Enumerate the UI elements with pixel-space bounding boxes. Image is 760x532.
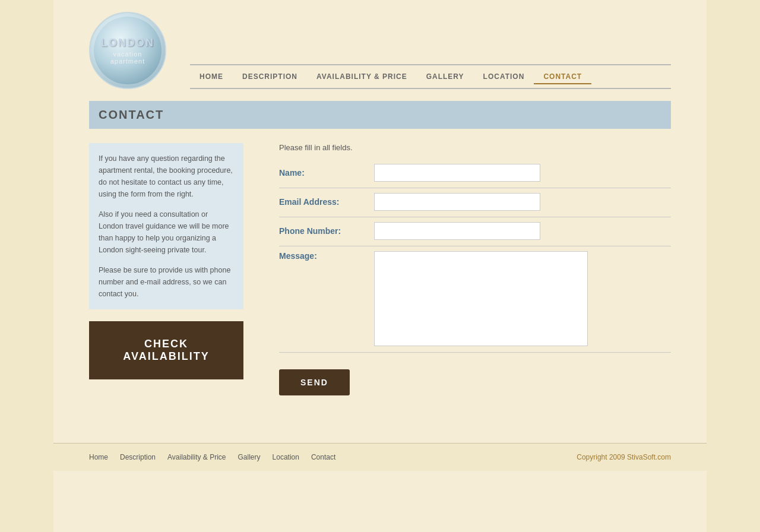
form-intro: Please fill in all fields. [279,143,671,152]
phone-label: Phone Number: [279,226,374,236]
logo: LONDON vacation apartment [89,12,166,89]
name-label: Name: [279,168,374,178]
info-box: If you have any question regarding the a… [89,143,243,309]
page-wrapper: LONDON vacation apartment HOME DESCRIPTI… [53,0,707,532]
logo-circle: LONDON vacation apartment [89,12,166,89]
name-row: Name: [279,164,671,188]
footer-nav-contact[interactable]: Contact [311,453,347,461]
footer-nav-description[interactable]: Description [120,453,167,461]
logo-vacation-text: vacation [113,50,142,58]
footer-copyright: Copyright 2009 StivaSoft.com [577,453,671,461]
message-row: Message: [279,251,671,353]
page-title: CONTACT [99,108,661,122]
contact-form: Please fill in all fields. Name: Email A… [279,143,671,395]
left-sidebar: If you have any question regarding the a… [89,143,243,395]
info-paragraph-3: Please be sure to provide us with phone … [99,264,234,300]
footer: Home Description Availability & Price Ga… [53,443,707,471]
footer-nav-gallery[interactable]: Gallery [238,453,273,461]
phone-input[interactable] [374,222,540,240]
header: LONDON vacation apartment HOME DESCRIPTI… [53,0,707,89]
footer-nav-home[interactable]: Home [89,453,120,461]
check-availability-button[interactable]: CHECK AVAILABILITY [89,321,243,379]
footer-nav-availability[interactable]: Availability & Price [167,453,238,461]
email-row: Email Address: [279,193,671,217]
logo-london-text: LONDON [101,37,154,49]
nav-container: HOME DESCRIPTION AVAILABILITY & PRICE GA… [166,52,671,89]
info-paragraph-2: Also if you need a consultation or Londo… [99,208,234,256]
main-layout: If you have any question regarding the a… [89,143,671,395]
nav-home[interactable]: HOME [190,70,233,83]
page-title-bar: CONTACT [89,101,671,129]
footer-nav: Home Description Availability & Price Ga… [89,453,577,461]
phone-row: Phone Number: [279,222,671,246]
email-input[interactable] [374,193,540,211]
message-textarea[interactable] [374,251,588,346]
nav: HOME DESCRIPTION AVAILABILITY & PRICE GA… [190,65,671,89]
logo-apartment-text: apartment [110,58,145,65]
nav-availability[interactable]: AVAILABILITY & PRICE [307,70,417,83]
info-paragraph-1: If you have any question regarding the a… [99,153,234,200]
email-label: Email Address: [279,197,374,207]
footer-nav-location[interactable]: Location [273,453,311,461]
send-button[interactable]: SEND [279,369,350,395]
name-input[interactable] [374,164,540,182]
content: CONTACT If you have any question regardi… [53,89,707,419]
message-label: Message: [279,251,374,261]
nav-gallery[interactable]: GALLERY [417,70,474,83]
nav-contact[interactable]: CONTACT [534,70,591,84]
nav-description[interactable]: DESCRIPTION [233,70,307,83]
nav-location[interactable]: LOCATION [474,70,534,83]
